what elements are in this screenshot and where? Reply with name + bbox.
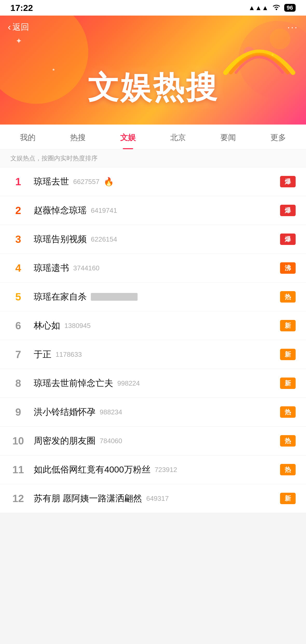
fire-icon-1: 🔥 <box>104 177 114 187</box>
rank-1: 1 <box>10 176 26 188</box>
back-label: 返回 <box>12 22 29 33</box>
wifi-icon <box>272 4 281 12</box>
subtitle-text: 文娱热点，按圈内实时热度排序 <box>10 155 98 162</box>
trend-list: 1 琼瑶去世 6627557 🔥 爆 2 赵薇悼念琼瑶 6419741 爆 3 … <box>0 167 306 513</box>
trend-item-12[interactable]: 12 苏有朋 愿阿姨一路潇洒翩然 649317 新 <box>0 484 306 513</box>
trend-item-7[interactable]: 7 于正 1178633 新 <box>0 340 306 369</box>
subtitle-bar: 文娱热点，按圈内实时热度排序 <box>0 149 306 167</box>
item-title-9: 洪小铃结婚怀孕 <box>34 406 96 418</box>
rank-11: 11 <box>10 464 26 476</box>
item-title-3: 琼瑶告别视频 <box>34 233 87 245</box>
tab-hotsearch[interactable]: 热搜 <box>53 125 103 149</box>
item-count-12: 649317 <box>146 495 169 503</box>
trend-item-3[interactable]: 3 琼瑶告别视频 6226154 爆 <box>0 225 306 254</box>
badge-2: 爆 <box>280 205 296 216</box>
badge-7: 新 <box>280 349 296 360</box>
item-count-6: 1380945 <box>64 322 91 330</box>
item-content-2: 赵薇悼念琼瑶 6419741 <box>34 204 280 216</box>
badge-1: 爆 <box>280 176 296 187</box>
rank-12: 12 <box>10 493 26 504</box>
hero-title: 文娱热搜 <box>0 67 306 109</box>
rank-8: 8 <box>10 378 26 389</box>
badge-5: 热 <box>280 291 296 303</box>
trend-item-8[interactable]: 8 琼瑶去世前悼念亡夫 998224 新 <box>0 369 306 398</box>
censored-bar-5 <box>91 293 138 301</box>
item-content-5: 琼瑶在家自杀 <box>34 291 280 303</box>
tabs-bar: 我的 热搜 文娱 北京 要闻 更多 <box>0 125 306 149</box>
item-content-11: 如此低俗网红竟有4000万粉丝 723912 <box>34 464 280 476</box>
tab-entertainment[interactable]: 文娱 <box>103 125 153 149</box>
battery-indicator: 96 <box>284 4 296 12</box>
item-count-2: 6419741 <box>91 207 117 215</box>
item-count-7: 1178633 <box>56 351 82 359</box>
badge-12: 新 <box>280 493 296 504</box>
item-content-1: 琼瑶去世 6627557 🔥 <box>34 176 280 188</box>
badge-4: 沸 <box>280 262 296 274</box>
item-count-11: 723912 <box>155 466 177 474</box>
item-title-1: 琼瑶去世 <box>34 176 69 188</box>
item-count-10: 784060 <box>100 437 122 445</box>
item-title-10: 周密发的朋友圈 <box>34 435 96 447</box>
rank-3: 3 <box>10 234 26 245</box>
item-title-12: 苏有朋 愿阿姨一路潇洒翩然 <box>34 492 142 504</box>
status-time: 17:22 <box>10 3 33 13</box>
item-title-8: 琼瑶去世前悼念亡夫 <box>34 377 113 389</box>
badge-3: 爆 <box>280 234 296 245</box>
tab-news[interactable]: 要闻 <box>203 125 253 149</box>
hero-title-text: 文娱热搜 <box>0 67 306 109</box>
item-content-9: 洪小铃结婚怀孕 988234 <box>34 406 280 418</box>
rank-10: 10 <box>10 435 26 447</box>
badge-11: 热 <box>280 464 296 475</box>
badge-9: 热 <box>280 406 296 418</box>
item-count-9: 988234 <box>100 408 122 416</box>
item-count-4: 3744160 <box>73 264 99 272</box>
item-title-4: 琼瑶遗书 <box>34 262 69 274</box>
item-content-12: 苏有朋 愿阿姨一路潇洒翩然 649317 <box>34 492 280 504</box>
item-content-10: 周密发的朋友圈 784060 <box>34 435 280 447</box>
badge-6: 新 <box>280 320 296 331</box>
item-title-6: 林心如 <box>34 320 60 332</box>
trend-item-2[interactable]: 2 赵薇悼念琼瑶 6419741 爆 <box>0 196 306 225</box>
item-content-4: 琼瑶遗书 3744160 <box>34 262 280 274</box>
item-count-1: 6627557 <box>73 178 99 186</box>
item-count-8: 998224 <box>117 379 140 387</box>
item-content-8: 琼瑶去世前悼念亡夫 998224 <box>34 377 280 389</box>
status-icons: ▲▲▲ 96 <box>248 4 296 12</box>
trend-item-10[interactable]: 10 周密发的朋友圈 784060 热 <box>0 427 306 455</box>
trend-item-9[interactable]: 9 洪小铃结婚怀孕 988234 热 <box>0 398 306 427</box>
rank-6: 6 <box>10 320 26 332</box>
tab-beijing[interactable]: 北京 <box>153 125 203 149</box>
svg-point-0 <box>276 9 277 10</box>
rank-2: 2 <box>10 205 26 216</box>
item-title-2: 赵薇悼念琼瑶 <box>34 204 87 216</box>
item-content-6: 林心如 1380945 <box>34 320 280 332</box>
rank-4: 4 <box>10 262 26 274</box>
back-button[interactable]: ‹ 返回 <box>8 22 29 33</box>
item-title-5: 琼瑶在家自杀 <box>34 291 87 303</box>
trend-item-11[interactable]: 11 如此低俗网红竟有4000万粉丝 723912 热 <box>0 455 306 484</box>
tab-mine[interactable]: 我的 <box>3 125 53 149</box>
signal-icon: ▲▲▲ <box>248 4 268 12</box>
item-title-11: 如此低俗网红竟有4000万粉丝 <box>34 464 151 476</box>
status-bar: 17:22 ▲▲▲ 96 <box>0 0 306 16</box>
trend-item-5[interactable]: 5 琼瑶在家自杀 热 <box>0 283 306 311</box>
more-button[interactable]: ··· <box>287 22 298 33</box>
item-content-3: 琼瑶告别视频 6226154 <box>34 233 280 245</box>
tab-more[interactable]: 更多 <box>253 125 303 149</box>
trend-item-6[interactable]: 6 林心如 1380945 新 <box>0 311 306 340</box>
item-count-3: 6226154 <box>91 235 117 243</box>
rank-9: 9 <box>10 406 26 418</box>
badge-8: 新 <box>280 378 296 389</box>
item-content-7: 于正 1178633 <box>34 348 280 360</box>
nav-bar: ‹ 返回 ··· <box>0 16 306 39</box>
hero-banner: ✦ ✦ ★ ‹ 返回 ··· 文娱热搜 <box>0 16 306 125</box>
back-chevron-icon: ‹ <box>8 23 11 32</box>
trend-item-4[interactable]: 4 琼瑶遗书 3744160 沸 <box>0 254 306 283</box>
trend-item-1[interactable]: 1 琼瑶去世 6627557 🔥 爆 <box>0 167 306 196</box>
badge-10: 热 <box>280 435 296 447</box>
rank-5: 5 <box>10 291 26 303</box>
item-title-7: 于正 <box>34 348 51 360</box>
rank-7: 7 <box>10 349 26 360</box>
